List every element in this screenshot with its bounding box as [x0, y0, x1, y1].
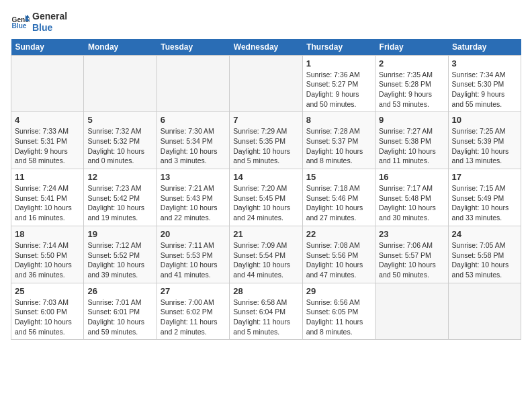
svg-text:Blue: Blue	[12, 22, 27, 30]
day-info: Sunrise: 7:14 AMSunset: 5:50 PMDaylight:…	[15, 240, 80, 280]
calendar-cell: 12Sunrise: 7:23 AMSunset: 5:42 PMDayligh…	[84, 169, 157, 226]
weekday-header-thursday: Thursday	[302, 39, 375, 56]
calendar-cell: 19Sunrise: 7:12 AMSunset: 5:52 PMDayligh…	[84, 226, 157, 283]
calendar-cell: 14Sunrise: 7:20 AMSunset: 5:45 PMDayligh…	[230, 169, 302, 226]
calendar-cell: 25Sunrise: 7:03 AMSunset: 6:00 PMDayligh…	[11, 283, 84, 340]
day-info: Sunrise: 7:00 AMSunset: 6:02 PMDaylight:…	[161, 298, 226, 337]
day-info: Sunrise: 7:11 AMSunset: 5:53 PMDaylight:…	[161, 240, 226, 280]
day-info: Sunrise: 7:05 AMSunset: 5:58 PMDaylight:…	[452, 240, 517, 280]
calendar-cell: 27Sunrise: 7:00 AMSunset: 6:02 PMDayligh…	[157, 283, 229, 340]
day-number: 12	[87, 172, 152, 182]
day-info: Sunrise: 7:25 AMSunset: 5:39 PMDaylight:…	[452, 126, 517, 166]
calendar-cell: 23Sunrise: 7:06 AMSunset: 5:57 PMDayligh…	[375, 226, 448, 283]
calendar-cell: 1Sunrise: 7:36 AMSunset: 5:27 PMDaylight…	[302, 55, 375, 112]
day-info: Sunrise: 7:23 AMSunset: 5:42 PMDaylight:…	[87, 183, 152, 223]
week-row-5: 25Sunrise: 7:03 AMSunset: 6:00 PMDayligh…	[11, 283, 521, 340]
calendar-cell	[11, 55, 84, 112]
weekday-header-wednesday: Wednesday	[230, 39, 302, 56]
day-number: 28	[233, 286, 298, 296]
calendar-cell: 26Sunrise: 7:01 AMSunset: 6:01 PMDayligh…	[84, 283, 157, 340]
weekday-header-friday: Friday	[375, 39, 448, 56]
day-number: 7	[233, 115, 298, 125]
day-info: Sunrise: 7:32 AMSunset: 5:32 PMDaylight:…	[87, 126, 152, 166]
day-number: 9	[379, 115, 444, 125]
calendar-table: SundayMondayTuesdayWednesdayThursdayFrid…	[11, 39, 521, 340]
day-info: Sunrise: 7:12 AMSunset: 5:52 PMDaylight:…	[87, 240, 152, 280]
calendar-cell: 11Sunrise: 7:24 AMSunset: 5:41 PMDayligh…	[11, 169, 84, 226]
day-info: Sunrise: 7:28 AMSunset: 5:37 PMDaylight:…	[306, 126, 371, 166]
day-info: Sunrise: 7:27 AMSunset: 5:38 PMDaylight:…	[379, 126, 444, 166]
weekday-header-tuesday: Tuesday	[157, 39, 229, 56]
week-row-3: 11Sunrise: 7:24 AMSunset: 5:41 PMDayligh…	[11, 169, 521, 226]
day-number: 4	[15, 115, 80, 125]
day-number: 15	[306, 172, 371, 182]
weekday-header-monday: Monday	[84, 39, 157, 56]
weekday-header-sunday: Sunday	[11, 39, 84, 56]
day-number: 2	[379, 58, 444, 68]
day-info: Sunrise: 7:06 AMSunset: 5:57 PMDaylight:…	[379, 240, 444, 280]
calendar-cell: 22Sunrise: 7:08 AMSunset: 5:56 PMDayligh…	[302, 226, 375, 283]
calendar-cell: 20Sunrise: 7:11 AMSunset: 5:53 PMDayligh…	[157, 226, 229, 283]
day-info: Sunrise: 7:18 AMSunset: 5:46 PMDaylight:…	[306, 183, 371, 223]
calendar-cell: 4Sunrise: 7:33 AMSunset: 5:31 PMDaylight…	[11, 112, 84, 169]
day-number: 23	[379, 229, 444, 239]
week-row-1: 1Sunrise: 7:36 AMSunset: 5:27 PMDaylight…	[11, 55, 521, 112]
day-number: 1	[306, 58, 371, 68]
day-number: 14	[233, 172, 298, 182]
day-number: 11	[15, 172, 80, 182]
calendar-cell: 8Sunrise: 7:28 AMSunset: 5:37 PMDaylight…	[302, 112, 375, 169]
calendar-cell: 24Sunrise: 7:05 AMSunset: 5:58 PMDayligh…	[448, 226, 521, 283]
day-number: 13	[161, 172, 226, 182]
calendar-cell: 17Sunrise: 7:15 AMSunset: 5:49 PMDayligh…	[448, 169, 521, 226]
day-number: 27	[161, 286, 226, 296]
logo-general: General	[32, 11, 67, 22]
calendar-cell: 5Sunrise: 7:32 AMSunset: 5:32 PMDaylight…	[84, 112, 157, 169]
calendar-cell: 28Sunrise: 6:58 AMSunset: 6:04 PMDayligh…	[230, 283, 302, 340]
day-number: 22	[306, 229, 371, 239]
calendar-cell: 29Sunrise: 6:56 AMSunset: 6:05 PMDayligh…	[302, 283, 375, 340]
calendar-cell: 21Sunrise: 7:09 AMSunset: 5:54 PMDayligh…	[230, 226, 302, 283]
day-number: 3	[452, 58, 517, 68]
calendar-cell: 3Sunrise: 7:34 AMSunset: 5:30 PMDaylight…	[448, 55, 521, 112]
day-info: Sunrise: 7:29 AMSunset: 5:35 PMDaylight:…	[233, 126, 298, 166]
day-info: Sunrise: 7:21 AMSunset: 5:43 PMDaylight:…	[161, 183, 226, 223]
calendar-cell: 6Sunrise: 7:30 AMSunset: 5:34 PMDaylight…	[157, 112, 229, 169]
day-number: 24	[452, 229, 517, 239]
logo-blue: Blue	[32, 22, 67, 34]
day-number: 16	[379, 172, 444, 182]
logo-icon: General Blue	[11, 13, 30, 32]
day-number: 25	[15, 286, 80, 296]
day-info: Sunrise: 7:36 AMSunset: 5:27 PMDaylight:…	[306, 70, 371, 109]
day-number: 18	[15, 229, 80, 239]
day-number: 21	[233, 229, 298, 239]
week-row-2: 4Sunrise: 7:33 AMSunset: 5:31 PMDaylight…	[11, 112, 521, 169]
day-info: Sunrise: 7:01 AMSunset: 6:01 PMDaylight:…	[87, 298, 152, 337]
calendar-cell: 10Sunrise: 7:25 AMSunset: 5:39 PMDayligh…	[448, 112, 521, 169]
day-info: Sunrise: 6:58 AMSunset: 6:04 PMDaylight:…	[233, 298, 298, 337]
page-header: General Blue General Blue	[11, 11, 521, 34]
day-info: Sunrise: 7:30 AMSunset: 5:34 PMDaylight:…	[161, 126, 226, 166]
day-number: 17	[452, 172, 517, 182]
day-info: Sunrise: 7:35 AMSunset: 5:28 PMDaylight:…	[379, 70, 444, 109]
calendar-cell: 16Sunrise: 7:17 AMSunset: 5:48 PMDayligh…	[375, 169, 448, 226]
day-number: 8	[306, 115, 371, 125]
day-number: 26	[87, 286, 152, 296]
day-info: Sunrise: 7:09 AMSunset: 5:54 PMDaylight:…	[233, 240, 298, 280]
week-row-4: 18Sunrise: 7:14 AMSunset: 5:50 PMDayligh…	[11, 226, 521, 283]
calendar-cell: 2Sunrise: 7:35 AMSunset: 5:28 PMDaylight…	[375, 55, 448, 112]
calendar-cell: 7Sunrise: 7:29 AMSunset: 5:35 PMDaylight…	[230, 112, 302, 169]
calendar-cell	[375, 283, 448, 340]
calendar-cell: 13Sunrise: 7:21 AMSunset: 5:43 PMDayligh…	[157, 169, 229, 226]
weekday-header-row: SundayMondayTuesdayWednesdayThursdayFrid…	[11, 39, 521, 56]
calendar-cell	[157, 55, 229, 112]
day-number: 20	[161, 229, 226, 239]
weekday-header-saturday: Saturday	[448, 39, 521, 56]
day-number: 19	[87, 229, 152, 239]
day-info: Sunrise: 7:34 AMSunset: 5:30 PMDaylight:…	[452, 70, 517, 109]
day-number: 5	[87, 115, 152, 125]
day-info: Sunrise: 7:08 AMSunset: 5:56 PMDaylight:…	[306, 240, 371, 280]
calendar-cell	[230, 55, 302, 112]
logo: General Blue General Blue	[11, 11, 67, 34]
calendar-cell	[84, 55, 157, 112]
day-info: Sunrise: 7:15 AMSunset: 5:49 PMDaylight:…	[452, 183, 517, 223]
